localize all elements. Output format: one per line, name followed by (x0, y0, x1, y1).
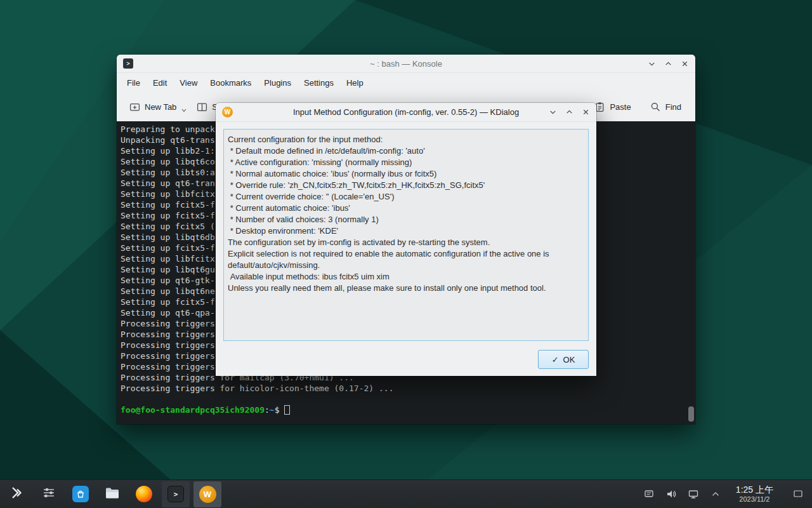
konsole-menubar: File Edit View Bookmarks Plugins Setting… (117, 73, 695, 93)
konsole-titlebar[interactable]: > ~ : bash — Konsole (117, 55, 695, 73)
firefox-icon (136, 486, 152, 502)
show-desktop-button[interactable] (790, 485, 806, 504)
kdialog-window: W Input Method Configuration (im-config,… (216, 103, 596, 376)
dialog-message-line: Current configuration for the input meth… (228, 134, 584, 145)
konsole-icon: > (167, 486, 184, 502)
taskbar-task-im-config[interactable]: W (193, 481, 221, 507)
app-launcher-icon (10, 485, 25, 503)
dialog-message-line: * Normal automatic choice: 'ibus' (norma… (228, 168, 584, 180)
taskbar-clock[interactable]: 1:25 上午 2023/11/2 (736, 485, 773, 504)
dialog-title: Input Method Configuration (im-config, v… (293, 107, 519, 117)
dialog-message-line: * Current override choice: '' (Locale='e… (228, 191, 584, 203)
paste-icon (594, 102, 605, 112)
dialog-message-line: * Override rule: 'zh_CN,fcitx5:zh_TW,fci… (228, 180, 584, 191)
dolphin-button[interactable] (98, 481, 126, 507)
volume-tray-icon[interactable] (664, 485, 678, 504)
prompt-path: ~ (270, 405, 275, 415)
menu-item[interactable]: File (121, 75, 147, 91)
menu-item[interactable]: Bookmarks (204, 75, 258, 91)
new-tab-icon (129, 102, 140, 112)
minimize-button[interactable] (546, 105, 560, 119)
dialog-message-line: Unless you really need them all, please … (228, 283, 584, 294)
discover-button[interactable] (67, 481, 95, 507)
close-button[interactable] (579, 105, 593, 119)
menu-item[interactable]: View (173, 75, 204, 91)
kdialog-titlebar[interactable]: W Input Method Configuration (im-config,… (216, 103, 596, 122)
dialog-message-line: * Current automatic choice: 'ibus' (228, 203, 584, 214)
new-tab-button[interactable]: New Tab (124, 97, 192, 117)
menu-item[interactable]: Settings (298, 75, 340, 91)
clock-date: 2023/11/2 (739, 495, 769, 504)
search-icon (650, 102, 661, 112)
system-settings-button[interactable] (35, 481, 63, 507)
tray-expand-chevron-icon[interactable] (709, 485, 723, 504)
display-tray-icon[interactable] (686, 485, 700, 504)
firefox-button[interactable] (130, 481, 158, 507)
clock-time: 1:25 上午 (736, 485, 773, 495)
prompt-user-host: foo@foo-standardpcq35ich92009 (121, 405, 265, 415)
scrollbar-handle[interactable] (688, 406, 694, 422)
close-button[interactable] (678, 57, 691, 70)
im-config-app-icon: W (222, 107, 233, 117)
konsole-app-icon: > (123, 58, 133, 69)
terminal-prompt: foo@foo-standardpcq35ich92009:~$ (121, 404, 686, 415)
dialog-message-line: * Default mode defined in /etc/default/i… (228, 145, 584, 157)
new-tab-dropdown-icon[interactable] (181, 109, 187, 112)
terminal-cursor (284, 405, 290, 415)
dialog-message-line: * Desktop environment: 'KDE' (228, 225, 584, 237)
terminal-scrollbar[interactable] (688, 124, 694, 422)
dialog-message-line: * Active configuration: 'missing' (norma… (228, 157, 584, 168)
dialog-message-frame: Current configuration for the input meth… (223, 129, 589, 341)
folder-icon (104, 485, 121, 504)
paste-button[interactable]: Paste (589, 97, 636, 117)
sliders-icon (42, 486, 56, 502)
taskbar: > W 1:25 上午 2023/11/2 (0, 479, 812, 508)
menu-item[interactable]: Plugins (258, 75, 298, 91)
find-button[interactable]: Find (645, 97, 686, 117)
maximize-button[interactable] (661, 57, 675, 70)
taskbar-task-konsole[interactable]: > (162, 481, 190, 507)
discover-icon (72, 486, 89, 502)
terminal-line: Processing triggers for hicolor-icon-the… (121, 383, 686, 394)
app-launcher-button[interactable] (3, 481, 31, 507)
menu-item[interactable]: Edit (147, 75, 173, 91)
check-icon: ✓ (552, 355, 559, 364)
dialog-message-line: Available input methods: ibus fcitx5 uim… (228, 271, 584, 283)
dialog-message-line: Explicit selection is not required to en… (228, 248, 584, 271)
im-config-icon: W (199, 486, 216, 503)
window-title: ~ : bash — Konsole (370, 59, 442, 69)
dialog-message-line: * Number of valid choices: 3 (normally 1… (228, 214, 584, 225)
ok-button[interactable]: ✓ OK (538, 350, 589, 369)
menu-item[interactable]: Help (340, 75, 370, 91)
maximize-button[interactable] (562, 105, 576, 119)
notifications-tray-icon[interactable] (642, 485, 656, 504)
minimize-button[interactable] (645, 57, 658, 70)
split-view-icon (197, 102, 207, 112)
dialog-message-line: The configuration set by im-config is ac… (228, 237, 584, 248)
